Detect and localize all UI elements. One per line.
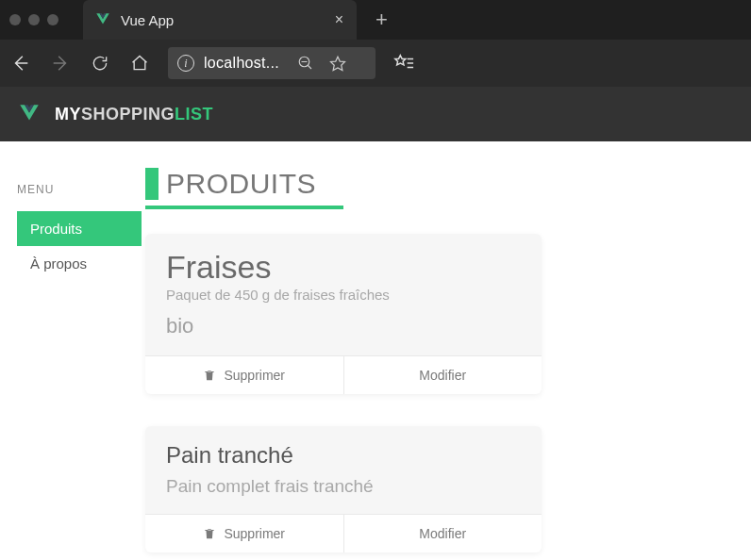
delete-button-label: Supprimer — [224, 526, 285, 541]
product-card-body: Pain tranché Pain complet frais tranché — [145, 426, 542, 514]
reload-icon[interactable] — [89, 52, 111, 74]
new-tab-button[interactable]: + — [364, 8, 399, 32]
vue-logo-icon — [17, 102, 42, 126]
favorites-list-icon[interactable] — [392, 52, 415, 74]
app-brand: MY SHOPPING LIST — [55, 105, 213, 124]
title-accent-bar — [145, 168, 159, 200]
brand-list: LIST — [175, 105, 213, 124]
home-icon[interactable] — [128, 52, 151, 74]
delete-button-label: Supprimer — [224, 368, 285, 383]
product-tag: bio — [166, 314, 521, 338]
menu-heading: MENU — [17, 183, 142, 196]
brand-my: MY — [55, 105, 81, 124]
tab-close-icon[interactable]: × — [335, 11, 343, 28]
product-name: Pain tranché — [166, 443, 521, 467]
browser-chrome: Vue App × + i localhost... — [0, 0, 751, 87]
product-card: Fraises Paquet de 450 g de fraises fraîc… — [145, 234, 542, 394]
window-maximize-dot[interactable] — [47, 14, 58, 25]
product-name: Fraises — [166, 251, 521, 285]
url-text: localhost... — [204, 55, 279, 72]
vue-favicon-icon — [94, 11, 111, 28]
sidebar-item-label: Produits — [30, 221, 82, 237]
favorite-star-icon[interactable] — [326, 52, 349, 74]
title-underline — [145, 206, 343, 209]
product-description: Paquet de 450 g de fraises fraîches — [166, 287, 521, 303]
edit-button[interactable]: Modifier — [343, 356, 542, 394]
delete-button[interactable]: Supprimer — [145, 356, 343, 394]
product-card-actions: Supprimer Modifier — [145, 355, 542, 394]
sidebar-item-label: À propos — [30, 255, 87, 272]
window-close-dot[interactable] — [9, 14, 21, 25]
edit-button[interactable]: Modifier — [343, 515, 542, 552]
product-card: Pain tranché Pain complet frais tranché … — [145, 426, 542, 552]
sidebar: MENU Produits À propos — [0, 164, 142, 560]
window-minimize-dot[interactable] — [28, 14, 40, 25]
trash-icon — [203, 527, 216, 540]
delete-button[interactable]: Supprimer — [145, 515, 343, 552]
edit-button-label: Modifier — [419, 368, 466, 383]
svg-marker-4 — [395, 56, 406, 65]
trash-icon — [203, 369, 216, 382]
app-header: MY SHOPPING LIST — [0, 87, 751, 141]
page-title-wrap: PRODUITS — [145, 168, 728, 200]
sidebar-item-produits[interactable]: Produits — [17, 211, 142, 246]
main-content: PRODUITS Fraises Paquet de 450 g de frai… — [142, 164, 751, 560]
browser-tab[interactable]: Vue App × — [83, 0, 357, 40]
window-controls — [9, 14, 58, 25]
svg-marker-3 — [331, 57, 345, 70]
back-icon[interactable] — [9, 52, 32, 74]
page-title: PRODUITS — [166, 168, 316, 200]
browser-tab-title: Vue App — [121, 12, 325, 28]
forward-icon[interactable] — [49, 52, 72, 74]
sidebar-item-apropos[interactable]: À propos — [17, 246, 142, 281]
zoom-out-icon[interactable] — [294, 52, 317, 74]
product-description: Pain complet frais tranché — [166, 476, 521, 497]
url-bar[interactable]: i localhost... — [168, 47, 376, 79]
browser-titlebar: Vue App × + — [0, 0, 751, 40]
browser-toolbar: i localhost... — [0, 40, 751, 87]
edit-button-label: Modifier — [419, 526, 466, 541]
brand-shopping: SHOPPING — [81, 105, 175, 124]
product-card-body: Fraises Paquet de 450 g de fraises fraîc… — [145, 234, 542, 355]
product-card-actions: Supprimer Modifier — [145, 514, 542, 552]
app-body: MENU Produits À propos PRODUITS Fraises … — [0, 141, 751, 560]
site-info-icon[interactable]: i — [177, 55, 194, 72]
